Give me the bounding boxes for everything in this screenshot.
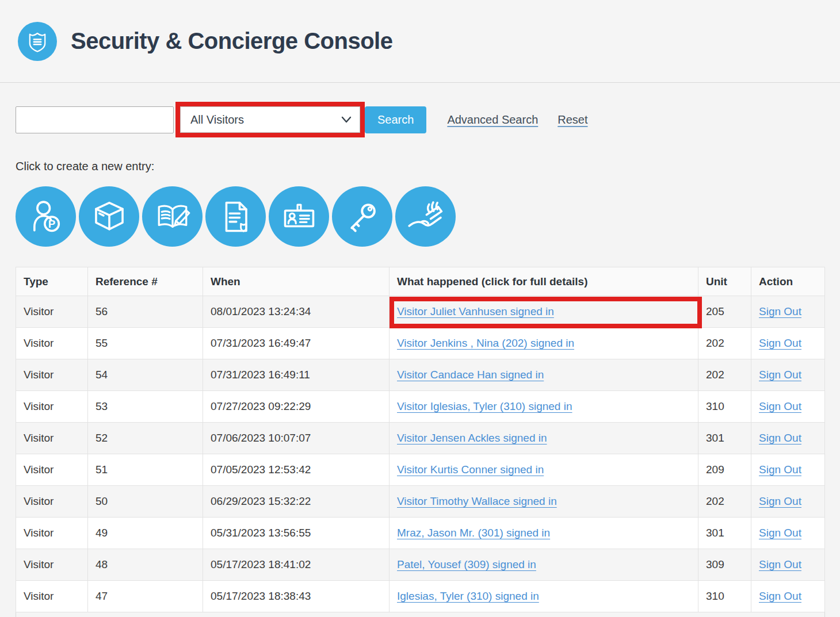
chevron-down-icon — [341, 116, 352, 123]
sign-out-link[interactable]: Sign Out — [759, 558, 801, 570]
cell-what-happened: Patel, Yousef (309) signed in — [390, 549, 698, 581]
cell-when: 05/17/2023 18:41:02 — [203, 549, 390, 581]
cell-unit: 205 — [698, 296, 751, 328]
cell-reference: 56 — [88, 296, 203, 328]
column-header-unit: Unit — [698, 267, 751, 296]
cell-action: Sign Out — [751, 518, 825, 549]
event-detail-link[interactable]: Patel, Yousef (309) signed in — [397, 558, 536, 570]
create-handoff-button[interactable] — [395, 186, 456, 247]
sign-out-link[interactable]: Sign Out — [759, 590, 801, 602]
cell-reference: 55 — [88, 328, 203, 359]
table-body: Visitor 56 08/01/2023 13:24:34 Visitor J… — [16, 296, 825, 617]
table-row: Visitor 49 05/31/2023 13:56:55 Mraz, Jas… — [16, 518, 825, 549]
column-header-action: Action — [751, 267, 825, 296]
cell-type: Visitor — [16, 328, 88, 359]
page-title: Security & Concierge Console — [71, 28, 392, 54]
event-detail-link[interactable]: Visitor Juliet Vanhusen signed in — [397, 305, 554, 317]
cell-unit: 209 — [698, 454, 751, 486]
cell-unit: 310 — [698, 581, 751, 612]
handoff-icon — [405, 196, 446, 237]
cell-what-happened: Visitor Jenkins , Nina (202) signed in — [390, 328, 698, 359]
cell-unit: 202 — [698, 486, 751, 518]
sign-out-link[interactable]: Sign Out — [759, 305, 801, 317]
create-entry-label: Click to create a new entry: — [16, 160, 840, 173]
column-header-type: Type — [16, 267, 88, 296]
event-detail-link[interactable]: Iglesias, Tyler (310) signed in — [397, 590, 539, 602]
search-bar: All Visitors Search Advanced Search Rese… — [16, 102, 840, 137]
search-button[interactable]: Search — [365, 106, 426, 133]
column-header-what-happened: What happened (click for full details) — [390, 267, 698, 296]
cell-when: 07/05/2023 12:53:42 — [203, 454, 390, 486]
sign-out-link[interactable]: Sign Out — [759, 369, 801, 381]
create-visitor-button[interactable]: P — [16, 186, 76, 247]
table-row: Visitor 50 06/29/2023 15:32:22 Visitor T… — [16, 486, 825, 518]
table-row: Visitor 48 05/17/2023 18:41:02 Patel, Yo… — [16, 549, 825, 581]
table-row: Visitor 47 05/17/2023 18:38:43 Iglesias,… — [16, 581, 825, 612]
cell-type: Visitor — [16, 581, 88, 612]
package-icon — [89, 196, 130, 237]
filter-highlight-annotation: All Visitors — [175, 102, 365, 137]
column-header-when: When — [203, 267, 390, 296]
create-package-button[interactable] — [79, 186, 139, 247]
search-input[interactable] — [16, 106, 174, 133]
cell-what-happened-highlighted: Visitor Juliet Vanhusen signed in — [390, 296, 698, 328]
sign-out-link[interactable]: Sign Out — [759, 527, 801, 539]
cell-what-happened: Visitor Candace Han signed in — [390, 359, 698, 391]
shield-icon — [18, 22, 57, 61]
cell-action: Sign Out — [751, 296, 825, 328]
logbook-icon — [152, 196, 193, 237]
event-detail-link[interactable]: Visitor Timothy Wallace signed in — [397, 495, 557, 507]
cell-when: 07/06/2023 10:07:07 — [203, 423, 390, 454]
event-detail-link[interactable]: Mraz, Jason Mr. (301) signed in — [397, 527, 550, 539]
cell-type: Visitor — [16, 296, 88, 328]
cell-what-happened: Visitor Kurtis Conner signed in — [390, 454, 698, 486]
cell-reference: 49 — [88, 518, 203, 549]
cell-action: Sign Out — [751, 581, 825, 612]
event-detail-link[interactable]: Visitor Iglesias, Tyler (310) signed in — [397, 400, 572, 412]
sign-out-link[interactable]: Sign Out — [759, 495, 801, 507]
cell-action: Sign Out — [751, 423, 825, 454]
event-detail-link[interactable]: Visitor Kurtis Conner signed in — [397, 463, 544, 476]
table-row: Visitor 55 07/31/2023 16:49:47 Visitor J… — [16, 328, 825, 359]
id-pass-icon — [278, 196, 320, 237]
cell-when: 05/17/2023 18:38:43 — [203, 581, 390, 612]
visitor-filter-select[interactable]: All Visitors — [180, 106, 360, 133]
sign-out-link[interactable]: Sign Out — [759, 432, 801, 444]
create-entry-buttons: P — [16, 186, 840, 247]
cell-unit: 310 — [698, 391, 751, 423]
create-key-button[interactable] — [332, 186, 392, 247]
sign-out-link[interactable]: Sign Out — [759, 337, 801, 349]
table-row-partial — [16, 612, 825, 617]
cell-reference: 53 — [88, 391, 203, 423]
event-detail-link[interactable]: Visitor Candace Han signed in — [397, 369, 544, 381]
create-logbook-button[interactable] — [142, 186, 203, 247]
table-row: Visitor 56 08/01/2023 13:24:34 Visitor J… — [16, 296, 825, 328]
cell-unit: 202 — [698, 328, 751, 359]
cell-unit: 301 — [698, 423, 751, 454]
cell-when: 06/29/2023 15:32:22 — [203, 486, 390, 518]
cell-reference: 54 — [88, 359, 203, 391]
sign-out-link[interactable]: Sign Out — [759, 400, 801, 412]
advanced-search-link[interactable]: Advanced Search — [447, 113, 538, 127]
cell-action: Sign Out — [751, 549, 825, 581]
create-pass-button[interactable] — [269, 186, 329, 247]
activity-log: Type Reference # When What happened (cli… — [16, 267, 824, 617]
create-incident-button[interactable] — [205, 186, 266, 247]
sign-out-link[interactable]: Sign Out — [759, 463, 801, 476]
reset-link[interactable]: Reset — [558, 113, 587, 127]
cell-what-happened: Visitor Timothy Wallace signed in — [390, 486, 698, 518]
cell-unit: 202 — [698, 359, 751, 391]
event-detail-link[interactable]: Visitor Jenkins , Nina (202) signed in — [397, 337, 574, 349]
cell-reference: 50 — [88, 486, 203, 518]
cell-when: 07/27/2023 09:22:29 — [203, 391, 390, 423]
cell-action: Sign Out — [751, 328, 825, 359]
cell-what-happened: Visitor Jensen Ackles signed in — [390, 423, 698, 454]
app-header: Security & Concierge Console — [0, 0, 840, 83]
cell-reference: 52 — [88, 423, 203, 454]
event-detail-link[interactable]: Visitor Jensen Ackles signed in — [397, 432, 547, 444]
cell-type: Visitor — [16, 423, 88, 454]
visitor-filter-selected-value: All Visitors — [190, 113, 244, 127]
visitor-parking-icon: P — [25, 196, 67, 237]
cell-type: Visitor — [16, 359, 88, 391]
cell-reference: 47 — [88, 581, 203, 612]
